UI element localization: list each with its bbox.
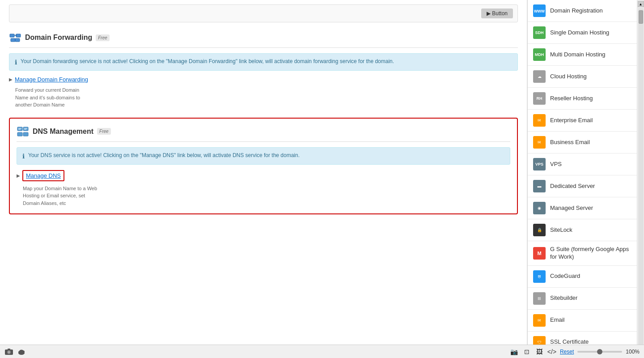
domain-registration-icon: www <box>533 4 546 17</box>
dns-management-header: DNS Management Free <box>17 125 510 142</box>
bottom-toolbar: 📷 ⊡ 🖼 </> Reset 100% <box>0 345 644 358</box>
sidebar-item-cloud-hosting[interactable]: ☁Cloud Hosting <box>528 66 637 88</box>
gsuite-label: G Suite (formerly Google Apps for Work) <box>550 246 631 261</box>
gsuite-icon: M <box>533 247 546 260</box>
vps-label: VPS <box>550 161 562 168</box>
dns-arrow-icon: ▶ <box>17 173 20 178</box>
svg-rect-6 <box>17 127 22 131</box>
multi-domain-hosting-label: Multi Domain Hosting <box>550 51 606 59</box>
enterprise-email-label: Enterprise Email <box>550 117 593 124</box>
sidebar-item-gsuite[interactable]: MG Suite (formerly Google Apps for Work) <box>528 241 637 266</box>
scroll-thumb[interactable] <box>639 10 643 24</box>
domain-forwarding-free-badge: Free <box>96 34 110 41</box>
dns-info-icon: ℹ <box>22 153 25 160</box>
dns-management-free-badge: Free <box>97 128 111 135</box>
toolbar-window-icon[interactable]: ⊡ <box>522 347 531 356</box>
toolbar-left <box>4 347 26 356</box>
sitebuilder-icon: ⊞ <box>533 292 546 305</box>
domain-forwarding-title: Domain Forwarding <box>25 34 92 42</box>
sitelock-icon: 🔒 <box>533 224 546 236</box>
dns-management-info-box: ℹ Your DNS service is not active! Clicki… <box>17 147 510 165</box>
sidebar-item-vps[interactable]: VPSVPS <box>528 153 637 175</box>
main-content: ▶ Button Domain Forwarding Free ℹ Your D… <box>0 0 527 358</box>
sidebar-item-single-domain-hosting[interactable]: SDHSingle Domain Hosting <box>528 22 637 44</box>
zoom-level: 100% <box>626 349 640 355</box>
sidebar-item-domain-registration[interactable]: wwwDomain Registration <box>528 0 637 22</box>
domain-forwarding-section: Domain Forwarding Free ℹ Your Domain for… <box>9 31 518 109</box>
sitebuilder-label: Sitebuilder <box>550 294 577 302</box>
business-email-label: Business Email <box>550 139 590 146</box>
scroll-up-arrow[interactable]: ▲ <box>638 1 644 7</box>
toolbar-code-icon[interactable]: </> <box>547 347 556 356</box>
sidebar: wwwDomain RegistrationSDHSingle Domain H… <box>527 0 637 358</box>
right-scrollbar[interactable]: ▲ ▼ <box>637 0 644 358</box>
manage-domain-forwarding-link[interactable]: Manage Domain Forwarding <box>15 76 88 83</box>
svg-rect-17 <box>8 349 10 350</box>
domain-forwarding-header: Domain Forwarding Free <box>9 31 518 48</box>
svg-rect-1 <box>16 34 21 37</box>
email-icon: ✉ <box>533 314 546 327</box>
svg-rect-7 <box>23 127 28 131</box>
svg-rect-5 <box>15 38 20 42</box>
toolbar-snapshot-icon[interactable]: 📷 <box>510 347 519 356</box>
dedicated-server-label: Dedicated Server <box>550 183 595 190</box>
dns-management-description: Map your Domain Name to a Web Hosting or… <box>23 185 510 207</box>
codeguard-icon: ⛨ <box>533 270 546 283</box>
top-stub: ▶ Button <box>9 4 518 22</box>
reset-label[interactable]: Reset <box>560 349 574 355</box>
sidebar-item-sitelock[interactable]: 🔒SiteLock <box>528 219 637 241</box>
multi-domain-hosting-icon: MDH <box>533 48 546 61</box>
domain-forwarding-info-box: ℹ Your Domain forwarding service is not … <box>9 53 518 71</box>
codeguard-label: CodeGuard <box>550 273 580 280</box>
manage-dns-link-row: ▶ Manage DNS <box>17 170 510 181</box>
dns-management-title: DNS Management <box>33 128 93 136</box>
svg-point-16 <box>8 351 10 353</box>
dns-management-icon <box>17 125 29 138</box>
domain-forwarding-info-text: Your Domain forwarding service is not ac… <box>21 58 394 64</box>
toolbar-image-icon[interactable]: 🖼 <box>535 347 544 356</box>
dedicated-server-icon: ▬ <box>533 180 546 192</box>
single-domain-hosting-label: Single Domain Hosting <box>550 29 609 37</box>
business-email-icon: ✉ <box>533 136 546 149</box>
manage-domain-forwarding-link-row: ▶ Manage Domain Forwarding <box>9 76 518 83</box>
sidebar-item-enterprise-email[interactable]: ✉Enterprise Email <box>528 110 637 132</box>
enterprise-email-icon: ✉ <box>533 114 546 127</box>
domain-forwarding-description: Forward your current Domain Name and it'… <box>15 86 518 109</box>
sidebar-item-multi-domain-hosting[interactable]: MDHMulti Domain Hosting <box>528 44 637 66</box>
zoom-control[interactable] <box>577 351 622 353</box>
svg-rect-8 <box>17 132 22 136</box>
scroll-track[interactable] <box>638 8 644 350</box>
svg-point-21 <box>19 349 24 353</box>
stub-button[interactable]: ▶ Button <box>481 9 513 18</box>
svg-rect-9 <box>23 132 28 136</box>
sidebar-item-managed-server[interactable]: ◉Managed Server <box>528 197 637 219</box>
arrow-icon: ▶ <box>9 77 13 82</box>
email-label: Email <box>550 316 565 324</box>
manage-dns-link[interactable]: Manage DNS <box>26 172 61 179</box>
sidebar-item-email[interactable]: ✉Email <box>528 310 637 332</box>
cloud-hosting-label: Cloud Hosting <box>550 73 587 81</box>
toolbar-cloud-icon[interactable] <box>17 347 26 356</box>
reseller-hosting-label: Reseller Hosting <box>550 95 593 102</box>
zoom-slider[interactable] <box>577 351 622 353</box>
domain-registration-label: Domain Registration <box>550 7 603 15</box>
sidebar-item-sitebuilder[interactable]: ⊞Sitebuilder <box>528 288 637 310</box>
sidebar-item-reseller-hosting[interactable]: RHReseller Hosting <box>528 88 637 110</box>
domain-forwarding-icon <box>9 31 21 44</box>
reseller-hosting-icon: RH <box>533 92 546 105</box>
manage-dns-link-wrapper: Manage DNS <box>22 170 64 181</box>
sitelock-label: SiteLock <box>550 226 572 234</box>
svg-rect-0 <box>10 34 14 37</box>
cloud-hosting-icon: ☁ <box>533 70 546 83</box>
sidebar-item-business-email[interactable]: ✉Business Email <box>528 132 637 153</box>
zoom-thumb[interactable] <box>597 349 602 354</box>
toolbar-camera-icon[interactable] <box>4 347 13 356</box>
vps-icon: VPS <box>533 158 546 170</box>
info-icon: ℹ <box>15 59 17 66</box>
sidebar-item-dedicated-server[interactable]: ▬Dedicated Server <box>528 175 637 197</box>
sidebar-item-codeguard[interactable]: ⛨CodeGuard <box>528 266 637 288</box>
dns-management-info-text: Your DNS service is not active! Clicking… <box>28 152 300 158</box>
dns-management-section: DNS Management Free ℹ Your DNS service i… <box>9 118 518 215</box>
svg-rect-4 <box>11 38 15 42</box>
toolbar-right: 📷 ⊡ 🖼 </> Reset 100% <box>510 347 640 356</box>
